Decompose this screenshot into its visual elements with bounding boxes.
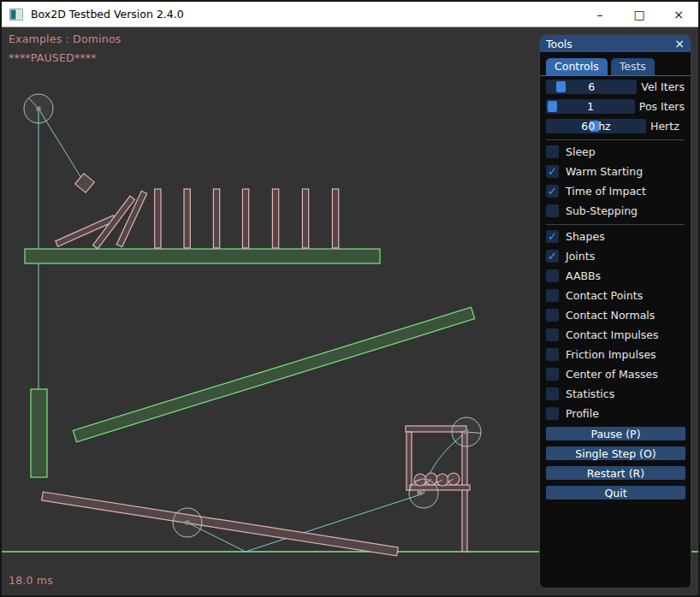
check-mark: ✓ <box>548 166 557 177</box>
slider-row-hertz: 60 hz Hertz <box>546 119 685 133</box>
slider-label: Pos Iters <box>639 100 685 113</box>
checkbox-box[interactable] <box>546 289 559 302</box>
swinging-box <box>75 174 95 193</box>
tab-controls[interactable]: Controls <box>546 58 608 75</box>
lower-wheel <box>409 479 438 508</box>
seesaw-plank <box>42 492 398 556</box>
dynamic-bodies[interactable] <box>42 174 470 556</box>
slider-row-pos-iters: 1 Pos Iters <box>546 99 685 114</box>
frame-time: 18.0 ms <box>9 574 53 587</box>
check-mark: ✓ <box>548 231 557 242</box>
standing-domino <box>242 189 248 248</box>
panel-close-icon[interactable]: × <box>674 38 685 50</box>
app-window: Box2D Testbed Version 2.4.0 – □ × <box>0 0 700 597</box>
tools-panel-header[interactable]: Tools × <box>540 35 691 52</box>
checkbox-box[interactable]: ✓ <box>546 230 559 243</box>
vel-iters-slider[interactable]: 6 <box>546 80 637 94</box>
checkbox-contact-normals[interactable]: Contact Normals <box>546 309 685 322</box>
standing-domino <box>302 189 308 248</box>
vertical-green-bar <box>31 389 47 477</box>
checkbox-contact-impulses[interactable]: Contact Impulses <box>546 328 685 341</box>
slider-value: 6 <box>546 80 637 94</box>
checkbox-box[interactable]: ✓ <box>546 250 559 263</box>
tab-bar: Controls Tests <box>540 52 691 76</box>
checkbox-sub-stepping[interactable]: Sub-Stepping <box>546 204 685 217</box>
checkbox-box[interactable] <box>546 348 559 361</box>
slider-label: Hertz <box>650 120 679 133</box>
slider-value: 1 <box>546 99 635 114</box>
pause-button[interactable]: Pause (P) <box>546 427 685 440</box>
standing-domino <box>184 189 190 248</box>
single-step-button[interactable]: Single Step (O) <box>546 446 685 460</box>
checkbox-box[interactable] <box>546 368 559 381</box>
checkbox-box[interactable] <box>546 328 559 341</box>
checkbox-box[interactable] <box>546 309 559 322</box>
checkbox-box[interactable] <box>546 145 559 158</box>
close-button[interactable]: × <box>659 2 698 27</box>
standing-domino <box>332 189 338 248</box>
window-title: Box2D Testbed Version 2.4.0 <box>31 8 184 21</box>
paused-indicator: ****PAUSED**** <box>9 51 97 64</box>
tools-panel-title: Tools <box>546 38 674 50</box>
checkbox-statistics[interactable]: Statistics <box>546 387 685 400</box>
pulley-circles[interactable] <box>24 94 481 537</box>
checkbox-box[interactable] <box>546 407 559 420</box>
tools-panel: Tools × Controls Tests 6 Vel Iters <box>539 34 691 588</box>
checkbox-box[interactable]: ✓ <box>546 185 559 198</box>
slider-value: 60 hz <box>546 119 646 133</box>
tab-tests[interactable]: Tests <box>611 58 655 75</box>
example-label: Examples : Dominos <box>9 33 122 45</box>
restart-button[interactable]: Restart (R) <box>546 466 685 480</box>
separator <box>546 139 685 140</box>
standing-domino <box>155 189 161 248</box>
check-mark: ✓ <box>548 186 557 197</box>
checkbox-box[interactable] <box>546 204 559 217</box>
checkbox-contact-points[interactable]: Contact Points <box>546 289 685 302</box>
checkbox-sleep[interactable]: Sleep <box>546 145 685 158</box>
checkbox-shapes[interactable]: ✓ Shapes <box>546 230 685 243</box>
separator <box>546 224 685 225</box>
app-icon <box>9 9 23 21</box>
checkbox-box[interactable] <box>546 387 559 400</box>
titlebar[interactable]: Box2D Testbed Version 2.4.0 – □ × <box>2 2 698 27</box>
hertz-slider[interactable]: 60 hz <box>546 119 646 133</box>
checkbox-center-of-masses[interactable]: Center of Masses <box>546 368 685 381</box>
standing-domino <box>213 189 219 248</box>
tilted-green-plank <box>73 307 474 441</box>
slider-label: Vel Iters <box>641 80 685 93</box>
platform-shelf <box>25 249 380 263</box>
checkbox-profile[interactable]: Profile <box>546 407 685 420</box>
checkbox-warm-starting[interactable]: ✓ Warm Starting <box>546 165 685 178</box>
quit-button[interactable]: Quit <box>546 486 685 499</box>
standing-domino <box>272 189 278 248</box>
simulation-canvas[interactable]: Examples : Dominos ****PAUSED**** 18.0 m… <box>2 27 698 597</box>
checkbox-friction-impulses[interactable]: Friction Impulses <box>546 348 685 361</box>
checkbox-joints[interactable]: ✓ Joints <box>546 250 685 263</box>
checkbox-box[interactable] <box>546 269 559 282</box>
pos-iters-slider[interactable]: 1 <box>546 99 635 114</box>
slider-row-vel-iters: 6 Vel Iters <box>546 80 685 94</box>
checkbox-box[interactable]: ✓ <box>546 165 559 178</box>
check-mark: ✓ <box>548 251 557 262</box>
panel-body: 6 Vel Iters 1 Pos Iters 60 hz <box>540 76 691 499</box>
checkbox-time-of-impact[interactable]: ✓ Time of Impact <box>546 185 685 198</box>
maximize-button[interactable]: □ <box>620 2 659 27</box>
checkbox-aabbs[interactable]: AABBs <box>546 269 685 282</box>
minimize-button[interactable]: – <box>580 2 620 27</box>
